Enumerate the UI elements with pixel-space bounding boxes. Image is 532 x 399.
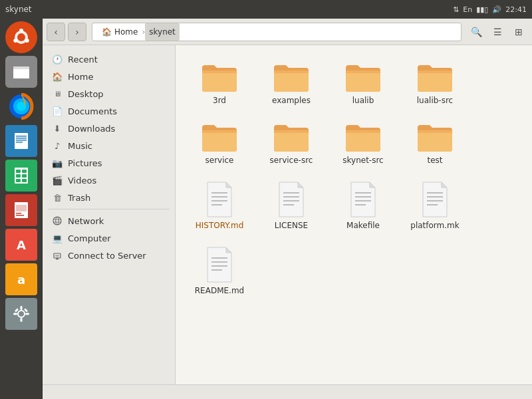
svg-rect-24	[22, 174, 27, 178]
folder-skynet-src-icon	[344, 121, 382, 153]
sidebar: 🕐 Recent 🏠 Home 🖥 Desktop 📄 Documents ⬇	[43, 45, 176, 384]
breadcrumb-home-label: Home	[114, 27, 138, 37]
volume-indicator[interactable]: 🔊	[492, 5, 501, 14]
dock-ubuntu[interactable]	[5, 21, 37, 53]
folder-test-label: test	[427, 156, 442, 165]
svg-point-3	[19, 29, 23, 33]
grid-view-button[interactable]: ⊞	[509, 23, 528, 41]
sidebar-item-downloads[interactable]: ⬇ Downloads	[43, 120, 175, 137]
sidebar-desktop-label: Desktop	[68, 89, 104, 99]
svg-rect-16	[16, 138, 27, 139]
videos-icon: 🎬	[52, 175, 63, 186]
file-makefile[interactable]: Makefile	[330, 176, 396, 235]
file-platform-icon	[419, 181, 451, 218]
sidebar-item-trash[interactable]: 🗑 Trash	[43, 189, 175, 206]
home-icon: 🏠	[52, 71, 63, 82]
file-platform[interactable]: platform.mk	[402, 176, 468, 235]
file-readme-icon	[203, 246, 235, 283]
dock-software[interactable]: A	[5, 229, 37, 261]
svg-rect-40	[13, 313, 17, 315]
network-icon	[52, 215, 63, 226]
folder-lualib[interactable]: lualib	[330, 56, 396, 110]
file-history[interactable]: HISTORY.md	[186, 176, 253, 235]
sidebar-computer-label: Computer	[68, 233, 111, 243]
svg-text:A: A	[17, 238, 26, 252]
folder-examples[interactable]: examples	[258, 56, 325, 110]
file-grid: 3rd examples	[176, 45, 532, 384]
svg-text:a: a	[17, 273, 25, 287]
content-area: 🕐 Recent 🏠 Home 🖥 Desktop 📄 Documents ⬇	[43, 45, 532, 384]
svg-rect-22	[22, 170, 27, 173]
svg-rect-41	[25, 313, 29, 315]
recent-icon: 🕐	[52, 54, 63, 65]
dock-impress[interactable]	[5, 194, 37, 226]
folder-lualib-src[interactable]: lualib-src	[402, 56, 468, 110]
folder-3rd[interactable]: 3rd	[186, 56, 253, 110]
forward-button[interactable]: ›	[68, 23, 86, 41]
pictures-icon: 📷	[52, 158, 63, 168]
system-tray: ⇅ En ▮▮▯ 🔊 22:41	[453, 5, 527, 14]
sidebar-item-home[interactable]: 🏠 Home	[43, 68, 175, 85]
sidebar-item-recent[interactable]: 🕐 Recent	[43, 51, 175, 68]
sidebar-recent-label: Recent	[68, 55, 98, 65]
sidebar-item-pictures[interactable]: 📷 Pictures	[43, 154, 175, 172]
back-button[interactable]: ‹	[47, 23, 65, 41]
svg-rect-21	[16, 170, 21, 173]
trash-icon: 🗑	[52, 192, 63, 203]
folder-service[interactable]: service	[186, 116, 253, 170]
folder-lualib-icon	[344, 61, 382, 93]
folder-service-src[interactable]: service-src	[258, 116, 325, 170]
keyboard-indicator[interactable]: En	[463, 5, 472, 14]
dock-writer[interactable]	[5, 125, 37, 157]
dock-files[interactable]	[5, 56, 37, 88]
svg-rect-50	[55, 255, 59, 257]
file-makefile-icon	[347, 181, 379, 218]
folder-3rd-label: 3rd	[213, 96, 226, 105]
top-bar-left: skynet	[5, 5, 32, 14]
folder-service-icon	[201, 121, 238, 153]
sidebar-item-connect-to-server[interactable]: Connect to Server	[43, 247, 175, 264]
svg-rect-30	[16, 213, 21, 214]
sidebar-item-music[interactable]: ♪ Music	[43, 137, 175, 154]
dock-firefox[interactable]	[5, 90, 37, 122]
svg-point-4	[25, 39, 29, 43]
home-breadcrumb-icon: 🏠	[102, 27, 112, 37]
dock-calc[interactable]	[5, 160, 37, 192]
breadcrumb-skynet[interactable]: skynet	[145, 23, 180, 41]
clock: 22:41	[505, 5, 527, 14]
file-history-icon	[203, 181, 235, 218]
sidebar-item-computer[interactable]: 💻 Computer	[43, 229, 175, 247]
folder-examples-icon	[273, 61, 310, 93]
file-license-icon	[275, 181, 307, 218]
folder-skynet-src[interactable]: skynet-src	[330, 116, 396, 170]
sidebar-separator	[48, 209, 170, 209]
folder-test[interactable]: test	[402, 116, 468, 170]
battery-indicator: ▮▮▯	[476, 5, 488, 14]
file-license[interactable]: LICENSE	[258, 176, 325, 235]
svg-rect-17	[16, 140, 27, 141]
file-readme[interactable]: README.md	[186, 241, 253, 301]
dock-amazon[interactable]: a	[5, 263, 37, 295]
search-button[interactable]: 🔍	[467, 23, 485, 41]
downloads-icon: ⬇	[52, 123, 63, 134]
connect-server-icon	[52, 250, 63, 261]
sidebar-trash-label: Trash	[68, 193, 90, 203]
sidebar-item-desktop[interactable]: 🖥 Desktop	[43, 85, 175, 102]
folder-service-label: service	[205, 156, 234, 165]
sync-icon: ⇅	[453, 5, 459, 14]
list-view-button[interactable]: ☰	[488, 23, 507, 41]
folder-service-src-icon	[273, 121, 310, 153]
dock-settings[interactable]	[5, 298, 37, 330]
svg-rect-38	[20, 306, 22, 310]
sidebar-item-documents[interactable]: 📄 Documents	[43, 102, 175, 120]
svg-point-2	[17, 33, 25, 41]
breadcrumb-skynet-label: skynet	[149, 27, 176, 37]
breadcrumb-home[interactable]: 🏠 Home	[98, 23, 142, 41]
svg-rect-39	[20, 318, 22, 322]
sidebar-item-videos[interactable]: 🎬 Videos	[43, 172, 175, 189]
sidebar-item-network[interactable]: Network	[43, 212, 175, 229]
file-readme-label: README.md	[195, 286, 244, 295]
sidebar-network-label: Network	[68, 216, 104, 226]
documents-icon: 📄	[52, 106, 63, 116]
folder-test-icon	[416, 121, 454, 153]
